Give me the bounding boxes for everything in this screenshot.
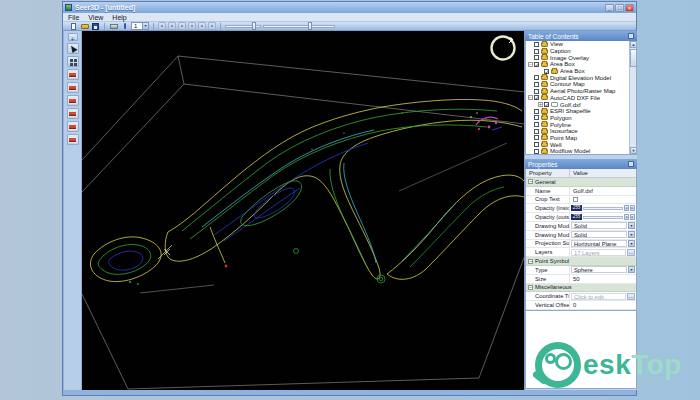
group-expander-icon[interactable] [528,259,533,264]
property-value[interactable]: 255 255 ◂ ▸ [570,204,636,212]
speed-slider[interactable] [263,22,335,30]
property-row[interactable]: Projection Surfa Horizontal Plane Horizo… [526,240,636,249]
title-bar[interactable]: Seer3D - [untitled] [63,2,636,13]
spin-down-icon[interactable]: ◂ [624,214,629,220]
property-value[interactable]: 255 255 ◂ ▸ [570,213,636,221]
dropdown-arrow-icon[interactable] [628,266,635,273]
visibility-checkbox[interactable] [534,122,539,127]
scroll-thumb[interactable] [630,49,637,67]
property-row[interactable]: Miscellaneous ◂ ▸ [526,284,636,293]
view-preset-5-button[interactable] [67,121,79,132]
pan-tool-button[interactable] [67,56,79,67]
dock-handle-button[interactable] [68,33,78,41]
toc-item[interactable]: Modflow Model [526,148,629,155]
property-row[interactable]: Opacity (inside c 255 255 ◂ ▸ [526,204,636,213]
tree-expander-icon[interactable] [538,102,543,107]
scroll-up-icon[interactable] [630,41,637,48]
visibility-checkbox[interactable] [534,82,539,87]
opacity-slider[interactable] [583,216,623,219]
view-preset-3-button[interactable] [67,95,79,106]
compass-widget[interactable] [492,37,515,60]
frame-combo[interactable]: 1 [131,22,149,30]
spin-up-icon[interactable]: ▸ [630,205,635,211]
scroll-down-icon[interactable] [630,147,637,154]
visibility-checkbox[interactable] [534,135,539,140]
menu-item[interactable]: File [68,14,79,21]
toc-header[interactable]: Table of Contents [525,31,637,41]
property-value[interactable]: Solid Solid ◂ ▸ [570,222,636,230]
property-row[interactable]: Type Sphere Sphere ◂ ▸ [526,266,636,275]
visibility-checkbox[interactable] [544,69,549,74]
ellipsis-button[interactable] [627,293,635,300]
property-row[interactable]: Name Golf.dxf Golf.dxf ◂ ▸ [526,187,636,196]
property-row[interactable]: Opacity (outside 255 255 ◂ ▸ [526,213,636,222]
group-expander-icon[interactable] [528,285,533,290]
property-value[interactable]: 17 Layers 17 Layers ◂ ▸ [570,248,636,256]
property-value[interactable]: Golf.dxf Golf.dxf ◂ ▸ [570,187,636,195]
property-row[interactable]: Crop Text ◂ ▸ [526,196,636,205]
property-value[interactable]: Solid Solid ◂ ▸ [570,231,636,239]
property-row[interactable]: Vertical Offset 0 0 ◂ ▸ [526,301,636,310]
nav-next-button[interactable] [198,22,206,30]
property-value[interactable]: Sphere Sphere ◂ ▸ [570,266,636,274]
visibility-checkbox[interactable] [534,142,539,147]
ellipsis-button[interactable] [627,249,635,256]
property-value[interactable]: ◂ ▸ [570,196,636,204]
open-file-button[interactable] [80,22,89,30]
select-tool-button[interactable] [67,43,79,54]
chevron-down-icon[interactable] [142,23,148,29]
view-preset-4-button[interactable] [67,108,79,119]
property-row[interactable]: Layers 17 Layers 17 Layers ◂ ▸ [526,248,636,257]
view-preset-1-button[interactable] [67,69,79,80]
visibility-checkbox[interactable] [534,115,539,120]
view-preset-6-button[interactable] [67,134,79,145]
toc-item[interactable]: Area Box [526,61,629,68]
visibility-checkbox[interactable] [534,95,539,100]
property-row[interactable]: Drawing Mode ( Solid Solid ◂ ▸ [526,231,636,240]
visibility-checkbox[interactable] [534,75,539,80]
tree-expander-icon[interactable] [528,62,533,67]
spin-up-icon[interactable]: ▸ [630,214,635,220]
slider-thumb[interactable] [252,22,256,30]
panel-pin-icon[interactable] [628,33,634,39]
close-button[interactable] [625,4,634,12]
property-row[interactable]: General ◂ ▸ [526,178,636,187]
nav-prev-button[interactable] [168,22,176,30]
maximize-button[interactable] [615,4,624,12]
dropdown-arrow-icon[interactable] [628,222,635,229]
visibility-checkbox[interactable] [534,129,539,134]
minimize-button[interactable] [605,4,614,12]
properties-header[interactable]: Properties [525,159,637,169]
visibility-checkbox[interactable] [534,55,539,60]
property-row[interactable]: Coordinate Tran Click to edit Click to e… [526,292,636,301]
toc-scrollbar[interactable] [629,41,636,154]
opacity-slider[interactable] [583,207,623,210]
visibility-checkbox[interactable] [534,42,539,47]
stop-button[interactable] [188,22,196,30]
panel-pin-icon[interactable] [628,161,634,167]
group-expander-icon[interactable] [528,179,533,184]
dropdown-arrow-icon[interactable] [628,240,635,247]
property-value[interactable]: 0 0 ◂ ▸ [570,301,636,309]
3d-viewport[interactable] [82,31,524,390]
value-checkbox[interactable] [573,197,578,202]
property-value[interactable]: Click to edit Click to edit ◂ ▸ [570,292,636,300]
visibility-checkbox[interactable] [534,62,539,67]
dropdown-arrow-icon[interactable] [628,231,635,238]
print-button[interactable] [109,22,118,30]
visibility-checkbox[interactable] [544,102,549,107]
property-row[interactable]: Drawing Mode ( Solid Solid ◂ ▸ [526,222,636,231]
nav-last-button[interactable] [208,22,216,30]
property-row[interactable]: Size 50 50 ◂ ▸ [526,275,636,284]
menu-item[interactable]: View [88,14,103,21]
property-value[interactable]: Horizontal Plane Horizontal Plane ◂ ▸ [570,240,636,248]
property-value[interactable]: 50 50 ◂ ▸ [570,275,636,283]
tree-expander-icon[interactable] [528,95,533,100]
play-button[interactable] [178,22,186,30]
visibility-checkbox[interactable] [534,109,539,114]
menu-item[interactable]: Help [112,14,126,21]
visibility-checkbox[interactable] [534,89,539,94]
animation-slider[interactable] [225,22,261,30]
capture-button[interactable] [120,22,129,30]
save-file-button[interactable] [91,22,100,30]
